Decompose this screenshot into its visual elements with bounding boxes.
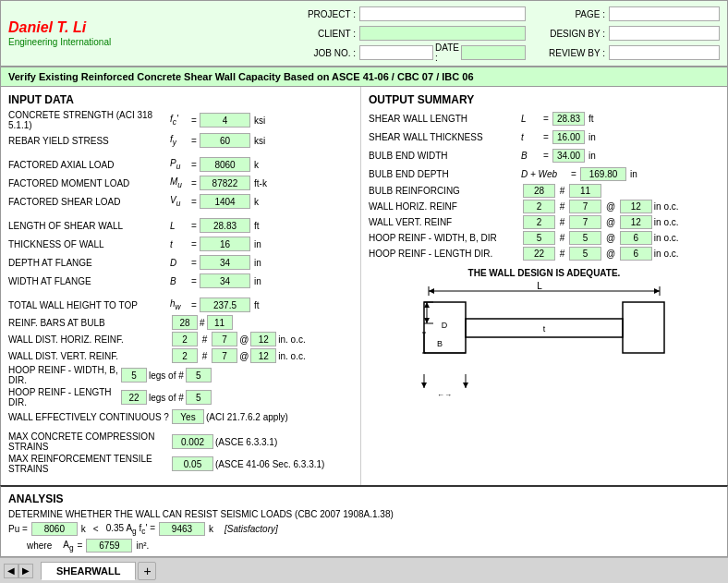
wall-horiz-n[interactable]: 2 — [172, 332, 198, 346]
out-wall-vert-label: WALL VERT. REINF — [369, 217, 521, 227]
out-length-unit: ft — [588, 114, 594, 124]
hoop-len-label: HOOP REINF - LENGTH DIR. — [8, 387, 119, 407]
wall-vert-bar[interactable]: 7 — [212, 348, 237, 363]
hoop-width-legs: legs of # — [149, 370, 184, 381]
shear-symbol: Vu — [170, 195, 188, 208]
out-wall-vert-spacing: 12 — [620, 215, 652, 229]
tab-bar: ◀ ▶ SHEARWALL + — [0, 557, 728, 583]
concrete-eq: = — [188, 115, 200, 126]
width-value-input[interactable]: 34 — [200, 273, 250, 288]
length-value-input[interactable]: 28.83 — [200, 218, 250, 233]
project-label: PROJECT : — [184, 9, 356, 19]
page-input[interactable] — [609, 6, 720, 21]
shear-value-input[interactable]: 1404 — [200, 194, 250, 209]
hoop-len-n[interactable]: 22 — [121, 390, 147, 405]
out-thickness-unit: in — [588, 132, 596, 142]
wall-vert-spacing[interactable]: 12 — [250, 348, 276, 363]
header-fields: PROJECT : CLIENT : JOB NO. : DATE : — [176, 1, 533, 66]
moment-label: FACTORED MOMENT LOAD — [8, 178, 170, 188]
thickness-value-input[interactable]: 16 — [200, 237, 250, 251]
reinf-bulb-hash: # — [200, 318, 205, 328]
axial-value-input[interactable]: 8060 — [200, 157, 250, 172]
adequate-text: THE WALL DESIGN IS ADEQUATE. — [369, 268, 720, 278]
max-reinf-label: MAX REINFORCEMENT TENSILE STRAINS — [8, 454, 170, 474]
hoop-width-label: HOOP REINF - WIDTH, B, DIR. — [8, 365, 119, 385]
width-label: WIDTH AT FLANGE — [8, 276, 170, 286]
out-hoop-len-unit: in o.c. — [654, 249, 679, 259]
max-concrete-value[interactable]: 0.002 — [172, 434, 213, 449]
company-sub: Engineering International — [8, 37, 169, 47]
out-hoop-len-label: HOOP REINF - LENGTH DIR. — [369, 249, 521, 259]
svg-marker-5 — [654, 288, 660, 294]
out-hoop-width-label: HOOP REINF - WIDTH, B, DIR — [369, 233, 521, 243]
where-label: where — [27, 540, 52, 551]
moment-value-input[interactable]: 87822 — [200, 176, 250, 190]
hoop-width-n[interactable]: 5 — [121, 368, 147, 383]
wall-horiz-label: WALL DIST. HORIZ. REINF. — [8, 334, 170, 345]
axial-label: FACTORED AXIAL LOAD — [8, 160, 170, 170]
shear-unit: k — [254, 197, 259, 207]
svg-text:B: B — [437, 339, 443, 348]
tab-add-button[interactable]: + — [138, 562, 156, 580]
height-label: TOTAL WALL HEIGHT TO TOP — [8, 300, 170, 310]
date-input[interactable] — [461, 45, 526, 60]
out-wall-vert-unit: in o.c. — [654, 217, 679, 227]
reviewby-input[interactable] — [609, 45, 720, 60]
svg-text:L: L — [537, 282, 542, 291]
out-bulb-depth-label: BULB END DEPTH — [369, 169, 521, 179]
jobno-input[interactable] — [359, 45, 433, 60]
thickness-label: THICKNESS OF WALL — [8, 239, 170, 249]
moment-unit: ft-k — [254, 178, 267, 188]
nav-right[interactable]: ▶ — [18, 564, 33, 578]
designby-input[interactable] — [609, 26, 720, 41]
wall-horiz-spacing[interactable]: 12 — [250, 332, 276, 346]
lt-sign: < — [93, 524, 99, 534]
rebar-symbol: fy — [170, 134, 188, 147]
rebar-unit: ksi — [254, 136, 265, 146]
factor-value: 9463 — [159, 522, 205, 536]
out-bulb-reinf-label: BULB REINFORCING — [369, 186, 521, 196]
nav-arrows: ◀ ▶ — [4, 564, 33, 578]
hoop-len-bar[interactable]: 5 — [186, 390, 212, 405]
out-hoop-width-n: 5 — [523, 231, 555, 245]
client-input[interactable] — [359, 26, 526, 41]
concrete-unit: ksi — [254, 115, 265, 126]
tab-shearwall[interactable]: SHEARWALL — [41, 562, 136, 580]
hoop-width-bar[interactable]: 5 — [186, 368, 212, 383]
out-thickness-sym: t — [521, 132, 540, 142]
out-hoop-width-unit: in o.c. — [654, 233, 679, 243]
rebar-row: REBAR YIELD STRESS fy = 60 ksi — [8, 132, 353, 149]
concrete-value-input[interactable]: 4 — [200, 113, 250, 128]
out-bulb-depth-value: 169.80 — [580, 167, 626, 181]
reviewby-label: REVIEW BY : — [540, 48, 605, 58]
reinf-bulb-n[interactable]: 28 — [172, 315, 198, 330]
out-bulb-reinf-row: BULB REINFORCING 28 # 11 — [369, 184, 720, 198]
svg-marker-12 — [424, 318, 430, 323]
project-input[interactable] — [359, 6, 526, 21]
width-row: WIDTH AT FLANGE B = 34 in — [8, 273, 353, 289]
out-hoop-width-spacing: 6 — [620, 231, 652, 245]
main-content: INPUT DATA CONCRETE STRENGTH (ACI 318 5.… — [0, 87, 728, 485]
concrete-row: CONCRETE STRENGTH (ACI 318 5.1.1) fc' = … — [8, 110, 353, 130]
nav-left[interactable]: ◀ — [4, 564, 18, 578]
wall-vert-n[interactable]: 2 — [172, 348, 198, 363]
wall-horiz-bar[interactable]: 7 — [212, 332, 237, 346]
height-value-input[interactable]: 237.5 — [200, 298, 250, 312]
out-wall-vert-row: WALL VERT. REINF 2 # 7 @ 12 in o.c. — [369, 215, 720, 229]
ag-label: Ag — [63, 540, 73, 553]
rebar-value-input[interactable]: 60 — [200, 133, 250, 148]
length-label: LENGTH OF SHEAR WALL — [8, 221, 170, 231]
wall-vert-label: WALL DIST. VERT. REINF. — [8, 351, 170, 361]
depth-value-input[interactable]: 34 — [200, 255, 250, 270]
max-reinf-value[interactable]: 0.05 — [172, 456, 213, 471]
analysis-subtitle: DETERMINE WHETHER THE WALL CAN RESIST SE… — [8, 509, 720, 519]
pu-value: 8060 — [31, 522, 78, 536]
out-wall-horiz-n: 2 — [523, 200, 555, 213]
wall-cont-value[interactable]: Yes — [172, 409, 204, 424]
ag-value: 6759 — [86, 539, 132, 553]
reinf-bulb-row: REINF. BARS AT BULB 28 # 11 — [8, 315, 353, 330]
wall-horiz-row: WALL DIST. HORIZ. REINF. 2 # 7 @ 12 in. … — [8, 332, 353, 346]
reinf-bulb-bar[interactable]: 11 — [207, 315, 233, 330]
thickness-unit: in — [254, 239, 261, 249]
out-bulb-depth-row: BULB END DEPTH D + Web = 169.80 in — [369, 165, 720, 182]
